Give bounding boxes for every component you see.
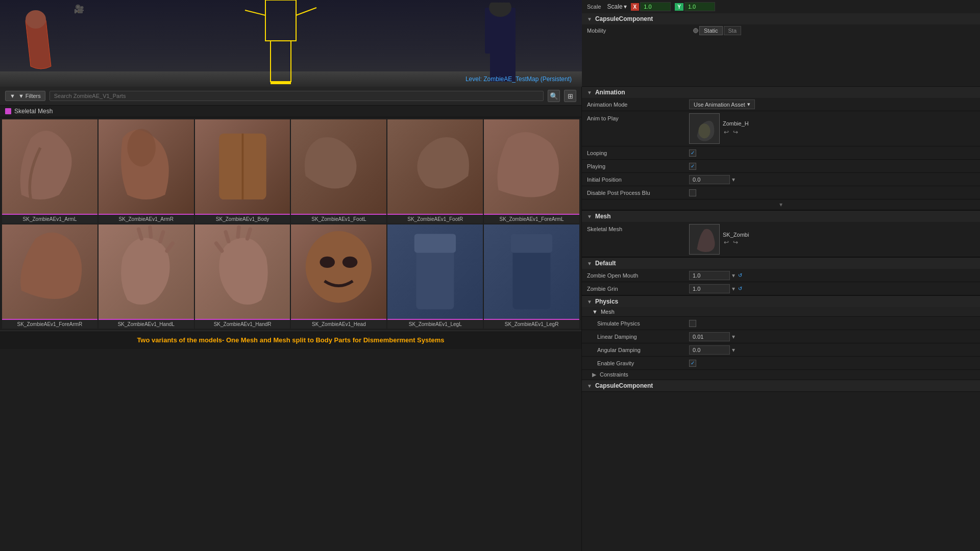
animation-section-header[interactable]: ▼ Animation	[582, 87, 980, 98]
anim-back-button[interactable]: ↩	[723, 128, 730, 137]
zombie-open-mouth-input[interactable]	[689, 271, 730, 280]
search-icon: 🔍	[550, 92, 558, 100]
physics-section: ▼ Physics ▼ Mesh Simulate Physics Linear…	[582, 296, 980, 392]
list-item[interactable]: SK_ZombieAEv1_HandR	[195, 224, 290, 329]
search-input[interactable]	[50, 91, 544, 101]
list-item[interactable]: SK_ZombieAEv1_FootL	[291, 119, 386, 223]
mesh-forward-button[interactable]: ↪	[732, 238, 739, 247]
svg-point-23	[320, 257, 335, 268]
default-section-header[interactable]: ▼ Default	[582, 258, 980, 269]
svg-rect-1	[265, 0, 296, 41]
asset-toolbar: ▼ ▼ Filters 🔍 ⊞	[0, 87, 581, 106]
mobility-dot	[693, 28, 698, 33]
svg-rect-5	[271, 82, 281, 84]
svg-rect-28	[511, 234, 552, 253]
anim-name: Zombie_H	[723, 120, 749, 127]
svg-line-15	[150, 227, 151, 236]
asset-thumbnail	[99, 119, 194, 215]
mesh-subsection-header[interactable]: ▼ Mesh	[582, 307, 980, 317]
looping-row: Looping	[582, 146, 980, 160]
y-field: Y	[675, 2, 715, 11]
svg-line-21	[216, 243, 222, 251]
zombie-grin-input[interactable]	[689, 284, 730, 293]
animation-mode-row: Animation Mode Use Animation Asset ▾	[582, 98, 980, 111]
scale-x-input[interactable]	[640, 2, 671, 11]
reset-icon: ▾	[732, 272, 735, 279]
asset-thumbnail	[195, 119, 290, 215]
looping-checkbox[interactable]	[689, 149, 696, 157]
reset-icon: ▾	[732, 285, 735, 292]
level-label: Level: ZombieAE_TestMap (Persistent)	[465, 76, 572, 83]
disable-post-checkbox[interactable]	[689, 189, 696, 196]
zombie-center	[230, 0, 332, 84]
svg-line-4	[296, 8, 316, 15]
bottom-message: Two variants of the models- One Mesh and…	[0, 331, 581, 349]
search-button[interactable]: 🔍	[548, 90, 560, 102]
mobility-options: Static Sta	[693, 26, 741, 35]
asset-name: SK_ZombieAEv1_Body	[195, 215, 290, 223]
anim-forward-button[interactable]: ↪	[732, 128, 739, 137]
asset-name: SK_ZombieAEv1_FootR	[387, 215, 483, 223]
mesh-back-button[interactable]: ↩	[723, 238, 730, 247]
svg-point-24	[342, 257, 358, 268]
capsule-component-bottom-header[interactable]: ▼ CapsuleComponent	[582, 380, 980, 391]
angular-damping-input[interactable]	[689, 345, 730, 355]
list-item[interactable]: SK_ZombieAEv1_LegR	[484, 224, 579, 329]
type-dot	[5, 108, 11, 114]
grid-view-button[interactable]: ⊞	[564, 90, 576, 102]
reset-icon: ▾	[732, 333, 735, 340]
asset-name: SK_ZombieAEv1_ForeArmL	[484, 215, 579, 223]
svg-point-22	[306, 231, 372, 303]
svg-point-11	[127, 129, 155, 166]
list-item[interactable]: SK_ZombieAEv1_ForeArmR	[2, 224, 97, 329]
svg-line-3	[245, 10, 265, 15]
scale-row: Scale Scale ▾ X Y	[582, 0, 980, 13]
reset-small: ↺	[738, 286, 742, 291]
list-item[interactable]: SK_ZombieAEv1_ForeArmL	[484, 119, 579, 223]
reset-small: ↺	[738, 272, 742, 278]
svg-line-17	[167, 243, 173, 251]
list-item[interactable]: SK_ZombieAEv1_FootR	[387, 119, 483, 223]
list-item[interactable]: SK_ZombieAEv1_HandL	[99, 224, 194, 329]
angular-damping-row: Angular Damping ▾	[582, 343, 980, 357]
zombie-open-mouth-row: Zombie Open Mouth ▾ ↺	[582, 269, 980, 282]
svg-line-16	[160, 232, 163, 241]
capsule-component-header[interactable]: ▼ CapsuleComponent	[582, 13, 980, 24]
initial-position-input[interactable]	[689, 175, 730, 184]
playing-row: Playing	[582, 160, 980, 173]
enable-gravity-checkbox[interactable]	[689, 360, 696, 367]
scale-dropdown[interactable]: Scale ▾	[607, 3, 627, 10]
scale-y-input[interactable]	[684, 2, 715, 11]
asset-name: SK_ZombieAEv1_ArmL	[2, 215, 97, 223]
initial-position-row: Initial Position ▾	[582, 173, 980, 186]
reset-icon: ▾	[732, 346, 735, 354]
triangle-icon: ▼	[587, 214, 592, 219]
x-field: X	[631, 2, 671, 11]
simulate-physics-checkbox[interactable]	[689, 320, 696, 327]
physics-section-header[interactable]: ▼ Physics	[582, 296, 980, 307]
filters-button[interactable]: ▼ ▼ Filters	[5, 91, 45, 101]
zombie-grin-row: Zombie Grin ▾ ↺	[582, 282, 980, 295]
list-item[interactable]: SK_ZombieAEv1_LegL	[387, 224, 483, 329]
linear-damping-input[interactable]	[689, 332, 730, 341]
constraints-row: ▶ Constraints	[582, 370, 980, 380]
asset-type-label: Skeletal Mesh	[0, 106, 581, 117]
grid-icon: ⊞	[568, 92, 573, 100]
animation-mode-dropdown[interactable]: Use Animation Asset ▾	[689, 99, 755, 109]
svg-line-18	[247, 229, 250, 238]
asset-name: SK_ZombieAEv1_Head	[291, 320, 386, 329]
playing-checkbox[interactable]	[689, 163, 696, 170]
svg-line-19	[238, 227, 239, 236]
viewport: Level: ZombieAE_TestMap (Persistent) 🎥	[0, 0, 582, 87]
list-item[interactable]: SK_ZombieAEv1_Body	[195, 119, 290, 223]
list-item[interactable]: SK_ZombieAEv1_ArmR	[99, 119, 194, 223]
triangle-icon: ▼	[587, 90, 592, 95]
asset-name: SK_ZombieAEv1_HandR	[195, 320, 290, 329]
mesh-section: ▼ Mesh Skeletal Mesh SK_Zombi ↩ ↪	[582, 211, 980, 258]
list-item[interactable]: SK_ZombieAEv1_ArmL	[2, 119, 97, 223]
mobility-stationary-btn[interactable]: Sta	[724, 26, 742, 35]
list-item[interactable]: SK_ZombieAEv1_Head	[291, 224, 386, 329]
mesh-section-header[interactable]: ▼ Mesh	[582, 211, 980, 222]
mobility-static-btn[interactable]: Static	[699, 26, 723, 35]
anim-to-play-row: Anim to Play Zombie_H ↩ ↪	[582, 111, 980, 146]
